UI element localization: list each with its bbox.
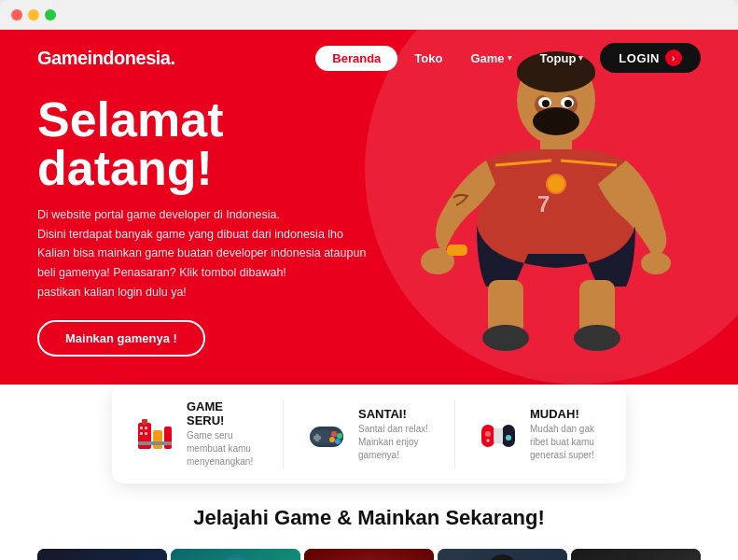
hero-section: Gameindonesia. Beranda Toko Game ▾ Topup…	[0, 30, 738, 385]
feature-santai-text: SANTAI! Santai dan relax! Mainkan enjoy …	[358, 407, 432, 462]
svg-rect-25	[140, 427, 143, 429]
login-button[interactable]: LOGIN ›	[600, 43, 701, 73]
svg-point-11	[482, 325, 529, 351]
feature-game-seru: GAME SERU! Game seru membuat kamu menyen…	[134, 399, 260, 469]
svg-rect-27	[140, 432, 143, 435]
topup-dropdown-icon: ▾	[578, 53, 583, 63]
svg-rect-43	[487, 439, 489, 442]
category-adventure-overlay	[304, 549, 434, 560]
browser-dots	[11, 9, 56, 21]
svg-text:7: 7	[537, 191, 550, 217]
category-fps[interactable]: FPS	[37, 549, 167, 560]
dot-yellow[interactable]	[28, 9, 39, 21]
svg-rect-22	[153, 430, 162, 449]
svg-point-40	[485, 431, 491, 437]
feature-divider-2	[454, 399, 455, 469]
dot-green[interactable]	[45, 9, 56, 21]
categories-grid: FPS	[37, 549, 701, 560]
category-action-overlay	[171, 549, 300, 560]
category-racing-overlay	[571, 549, 701, 560]
category-fps-overlay	[37, 549, 167, 560]
svg-point-36	[329, 437, 335, 442]
category-sport-overlay	[438, 549, 567, 560]
feature-mudah-text: MUDAH! Mudah dan gak ribet buat kamu gen…	[530, 407, 604, 462]
hero-cta-button[interactable]: Mainkan gamenya !	[37, 320, 205, 357]
svg-point-33	[331, 431, 337, 437]
game-seru-icon	[134, 413, 175, 455]
svg-rect-24	[138, 441, 172, 445]
white-section: GAME SERU! Game seru membuat kamu menyen…	[0, 385, 738, 560]
nav-item-beranda[interactable]: Beranda	[315, 46, 397, 71]
svg-rect-21	[142, 419, 147, 425]
feature-mudah: MUDAH! Mudah dan gak ribet buat kamu gen…	[478, 399, 604, 469]
svg-rect-32	[313, 436, 321, 440]
svg-rect-39	[494, 428, 503, 443]
nav-item-game[interactable]: Game ▾	[459, 46, 522, 71]
svg-rect-23	[164, 427, 172, 449]
features-bar: GAME SERU! Game seru membuat kamu menyen…	[112, 385, 626, 483]
category-action[interactable]: Action	[171, 549, 300, 560]
svg-rect-26	[145, 427, 147, 429]
hero-content: Selamat datang! Di website portal game d…	[0, 86, 429, 375]
nav-links: Beranda Toko Game ▾ Topup ▾ LOGIN ›	[315, 43, 701, 73]
svg-point-41	[506, 435, 511, 441]
svg-point-8	[641, 252, 671, 274]
nav-item-topup[interactable]: Topup ▾	[529, 46, 595, 71]
svg-rect-28	[145, 432, 147, 435]
nav-item-toko[interactable]: Toko	[403, 46, 453, 71]
svg-point-12	[574, 325, 620, 351]
category-racing[interactable]: Racing	[571, 549, 701, 560]
feature-divider-1	[283, 399, 284, 469]
site-logo: Gameindonesia.	[37, 48, 175, 69]
svg-point-13	[547, 175, 565, 193]
feature-santai: SANTAI! Santai dan relax! Mainkan enjoy …	[306, 399, 432, 469]
svg-point-5	[533, 107, 579, 135]
page: Gameindonesia. Beranda Toko Game ▾ Topup…	[0, 30, 738, 560]
svg-rect-15	[447, 245, 467, 256]
svg-point-19	[564, 100, 572, 107]
mudah-icon	[478, 413, 519, 455]
hero-description: Di website portal game developer di Indo…	[37, 205, 392, 301]
svg-point-34	[337, 433, 342, 439]
category-adventure[interactable]: Adventure	[304, 549, 434, 560]
santai-icon	[306, 413, 347, 455]
navbar: Gameindonesia. Beranda Toko Game ▾ Topup…	[0, 30, 738, 86]
browser-chrome	[0, 0, 738, 30]
category-sport[interactable]: Sport	[438, 549, 567, 560]
hero-character-illustration: 7	[402, 39, 682, 357]
feature-game-seru-text: GAME SERU! Game seru membuat kamu menyen…	[187, 399, 260, 469]
hero-title: Selamat datang!	[37, 95, 392, 192]
dot-red[interactable]	[11, 9, 22, 21]
game-dropdown-icon: ▾	[508, 53, 512, 63]
svg-point-18	[542, 100, 550, 107]
explore-section-title: Jelajahi Game & Mainkan Sekarang!	[37, 506, 701, 530]
svg-point-35	[335, 439, 341, 444]
login-arrow-icon: ›	[665, 49, 682, 66]
